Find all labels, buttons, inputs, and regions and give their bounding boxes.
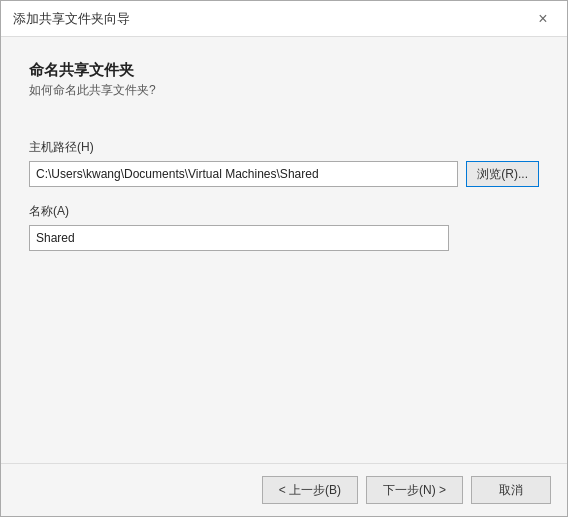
cancel-button[interactable]: 取消 [471, 476, 551, 504]
browse-button[interactable]: 浏览(R)... [466, 161, 539, 187]
host-path-input[interactable] [29, 161, 458, 187]
dialog-window: 添加共享文件夹向导 × 命名共享文件夹 如何命名此共享文件夹? 主机路径(H) … [0, 0, 568, 517]
next-button[interactable]: 下一步(N) > [366, 476, 463, 504]
dialog-footer: < 上一步(B) 下一步(N) > 取消 [1, 463, 567, 516]
section-header: 命名共享文件夹 如何命名此共享文件夹? [29, 61, 539, 119]
name-label: 名称(A) [29, 203, 539, 220]
section-title: 命名共享文件夹 [29, 61, 539, 80]
close-button[interactable]: × [531, 7, 555, 31]
dialog-title: 添加共享文件夹向导 [13, 10, 130, 28]
prev-button[interactable]: < 上一步(B) [262, 476, 358, 504]
title-bar: 添加共享文件夹向导 × [1, 1, 567, 37]
name-input[interactable] [29, 225, 449, 251]
dialog-body: 命名共享文件夹 如何命名此共享文件夹? 主机路径(H) 浏览(R)... 名称(… [1, 37, 567, 463]
host-path-row: 浏览(R)... [29, 161, 539, 187]
host-path-label: 主机路径(H) [29, 139, 539, 156]
section-subtitle: 如何命名此共享文件夹? [29, 82, 539, 99]
